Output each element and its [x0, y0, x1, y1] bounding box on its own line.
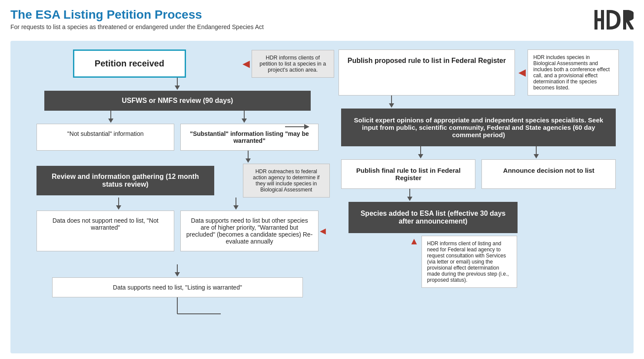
arrow-r1	[334, 96, 623, 109]
petition-box: Petition received	[73, 49, 186, 78]
not-substantial-label: "Not substantial" information	[67, 130, 144, 137]
species-added-box: Species added to ESA list (effective 30 …	[349, 202, 518, 233]
review-box: Review and information gathering (12 mon…	[37, 166, 214, 195]
diagram-main: Petition received ◀ HDR informs clients …	[21, 49, 623, 315]
svg-marker-6	[175, 86, 180, 90]
svg-marker-10	[242, 119, 247, 123]
hdr-outreach-note: HDR outreaches to federal action agency …	[243, 164, 330, 198]
arrow1	[21, 78, 334, 91]
hdr-listing-note: HDR informs client of listing and need f…	[422, 236, 517, 288]
right-column: Publish proposed rule to list in Federal…	[334, 49, 623, 315]
main-title: The ESA Listing Petition Process	[10, 8, 264, 22]
propose-rule-box: Publish proposed rule to list in Federal…	[339, 49, 515, 96]
solicit-fork	[363, 146, 594, 159]
svg-marker-24	[418, 154, 423, 158]
petition-label: Petition received	[95, 59, 164, 68]
hdr-ba-text: HDR includes species in Biological Asses…	[533, 54, 610, 91]
species-added-label: Species added to ESA list (effective 30 …	[361, 210, 506, 225]
header-left: The ESA Listing Petition Process For req…	[10, 8, 264, 30]
final-rule-box: Publish final rule to list in Federal Re…	[341, 159, 475, 189]
review-label: Review and information gathering (12 mon…	[52, 173, 199, 188]
svg-marker-12	[246, 158, 251, 163]
listing-warranted-box: Data supports need to list, "Listing is …	[52, 277, 303, 297]
hdr-ba-note: HDR includes species in Biological Asses…	[528, 49, 619, 96]
petition-box-wrap: Petition received	[21, 49, 238, 78]
no-list-label: Announce decision not to list	[503, 167, 594, 174]
svg-rect-4	[623, 10, 626, 30]
arrow3	[37, 251, 319, 264]
header: The ESA Listing Petition Process For req…	[10, 8, 634, 36]
review-fork	[60, 198, 295, 211]
svg-marker-14	[116, 205, 121, 210]
hdr-outreach-text: HDR outreaches to federal action agency …	[253, 168, 319, 193]
svg-marker-16	[233, 205, 239, 210]
svg-marker-28	[407, 197, 412, 201]
diagram-area: Petition received ◀ HDR informs clients …	[10, 41, 634, 353]
final-rule-row: Publish final rule to list in Federal Re…	[341, 159, 616, 189]
hdr-ba-group: ◀ HDR includes species in Biological Ass…	[518, 49, 619, 96]
hdr-logo	[594, 8, 634, 36]
not-warranted-label: Data does not support need to list, "Not…	[53, 217, 159, 231]
svg-marker-8	[108, 119, 113, 123]
petition-row: Petition received ◀ HDR informs clients …	[21, 49, 334, 78]
hdr-inform-group: ◀ HDR informs clients of petition to lis…	[242, 50, 334, 78]
warranted-precluded-box: Data supports need to list but other spe…	[180, 211, 318, 251]
propose-rule-row: Publish proposed rule to list in Federal…	[334, 49, 623, 96]
warranted-branch-row: Data does not support need to list, "Not…	[37, 211, 319, 251]
svg-marker-26	[534, 154, 539, 158]
hdr-inform-note: HDR informs clients of petition to list …	[252, 50, 334, 78]
arrow2	[37, 151, 319, 164]
review-row: Review and information gathering (12 mon…	[21, 164, 334, 198]
two-branch-row: "Not substantial" information "Substanti…	[37, 124, 319, 151]
arrow-r2	[341, 189, 616, 202]
usfws-label: USFWS or NMFS review (90 days)	[122, 97, 233, 104]
usfws-box: USFWS or NMFS review (90 days)	[44, 91, 311, 111]
hdr-inform-text: HDR informs clients of petition to list …	[259, 55, 326, 73]
hdr-listing-group: ▲ HDR informs client of listing and need…	[349, 236, 609, 288]
hdr-listing-text: HDR informs client of listing and need f…	[427, 240, 509, 283]
page-wrapper: The ESA Listing Petition Process For req…	[0, 0, 644, 359]
red-arrow-hdr-ba: ◀	[518, 67, 526, 78]
red-arrow-listing: ▲	[409, 236, 419, 247]
hdr-outreach-group: HDR outreaches to federal action agency …	[243, 164, 334, 198]
arrow4	[44, 264, 311, 277]
arrow5	[44, 297, 311, 315]
red-arrow-left-1: ◀	[242, 58, 250, 69]
final-rule-label: Publish final rule to list in Federal Re…	[356, 167, 461, 181]
listing-warranted-label: Data supports need to list, "Listing is …	[113, 284, 242, 291]
usfws-fork	[44, 111, 311, 124]
not-substantial-box: "Not substantial" information	[37, 124, 174, 151]
svg-rect-3	[607, 10, 610, 30]
red-arrow-warranted: ◀	[320, 226, 326, 236]
species-added-wrap: Species added to ESA list (effective 30 …	[349, 202, 609, 233]
left-column: Petition received ◀ HDR informs clients …	[21, 49, 334, 315]
svg-rect-2	[601, 10, 604, 30]
not-warranted-box: Data does not support need to list, "Not…	[37, 211, 174, 251]
propose-rule-label: Publish proposed rule to list in Federal…	[348, 57, 506, 64]
no-list-box: Announce decision not to list	[481, 159, 616, 189]
sub-title: For requests to list a species as threat…	[10, 23, 264, 30]
svg-marker-30	[304, 124, 309, 129]
right-arrow-connector	[285, 122, 311, 133]
svg-marker-22	[389, 103, 394, 108]
warranted-precluded-label: Data supports need to list but other spe…	[186, 217, 313, 245]
solicit-label: Solicit expert opinions of appropriate a…	[354, 116, 604, 138]
solicit-box: Solicit expert opinions of appropriate a…	[341, 109, 616, 146]
svg-marker-18	[175, 272, 180, 277]
